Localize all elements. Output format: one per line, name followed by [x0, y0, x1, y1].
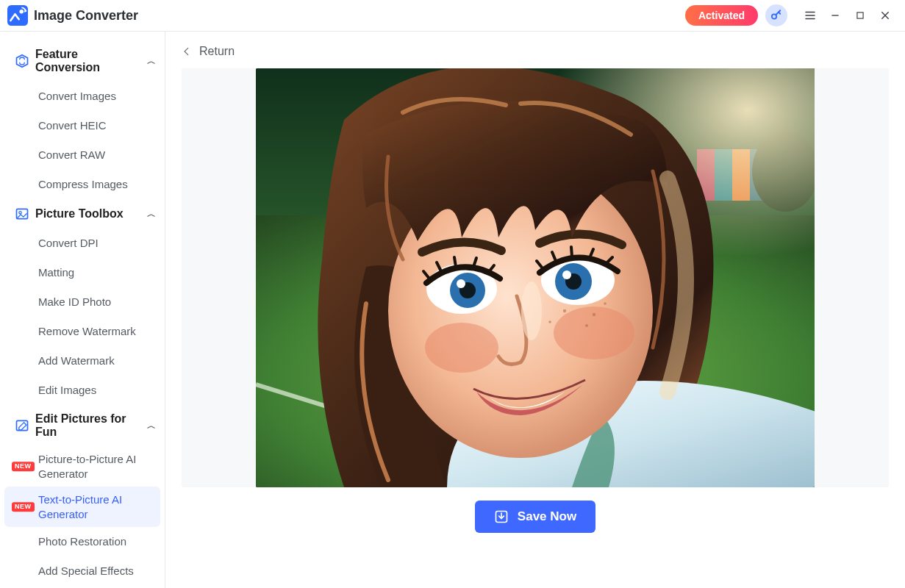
- svg-point-28: [563, 309, 566, 312]
- sidebar-item-label: Convert DPI: [38, 236, 99, 251]
- svg-rect-9: [857, 12, 863, 18]
- new-badge: NEW: [12, 462, 35, 472]
- sidebar-item-t2p-ai-generator[interactable]: NEW Text-to-Picture AI Generator: [4, 487, 160, 527]
- svg-point-30: [593, 313, 595, 316]
- sidebar-item-label: Remove Watermark: [38, 324, 136, 339]
- download-icon: [494, 509, 509, 524]
- sidebar-item-convert-raw[interactable]: Convert RAW: [4, 140, 160, 170]
- hamburger-icon: [804, 9, 817, 22]
- svg-point-14: [19, 212, 21, 214]
- sidebar-item-remove-watermark[interactable]: Remove Watermark: [4, 317, 160, 346]
- maximize-icon: [855, 10, 865, 21]
- sidebar-item-label: Make ID Photo: [38, 295, 111, 309]
- close-button[interactable]: [873, 3, 898, 28]
- chevron-left-icon: [182, 46, 192, 57]
- chevron-up-icon: ︿: [147, 420, 156, 432]
- sidebar-item-label: Picture-to-Picture AI Generator: [38, 452, 153, 481]
- save-now-button[interactable]: Save Now: [475, 501, 595, 533]
- activated-pill[interactable]: Activated: [685, 5, 758, 26]
- sidebar-group-label: Picture Toolbox: [35, 207, 141, 220]
- feature-conversion-icon: [15, 54, 29, 68]
- svg-point-31: [548, 320, 551, 323]
- close-icon: [879, 10, 891, 21]
- sidebar-group-edit-pictures-for-fun[interactable]: Edit Pictures for Fun ︿: [4, 405, 160, 446]
- sidebar-item-matting[interactable]: Matting: [4, 258, 160, 287]
- sidebar-item-edit-images[interactable]: Edit Images: [4, 376, 160, 405]
- edit-pictures-icon: [15, 418, 29, 433]
- sidebar-item-convert-dpi[interactable]: Convert DPI: [4, 229, 160, 258]
- sidebar-item-label: Photo Restoration: [38, 534, 126, 549]
- app-title: Image Converter: [34, 8, 138, 24]
- svg-line-4: [779, 12, 780, 14]
- svg-rect-0: [7, 5, 28, 26]
- sidebar-item-label: Convert RAW: [38, 148, 105, 162]
- sidebar-item-add-watermark[interactable]: Add Watermark: [4, 346, 160, 376]
- chevron-up-icon: ︿: [147, 208, 156, 220]
- sidebar-item-label: Add Special Effects: [38, 564, 134, 578]
- sidebar-item-label: Edit Images: [38, 383, 96, 398]
- svg-point-26: [425, 323, 498, 373]
- sidebar-item-convert-heic[interactable]: Convert HEIC: [4, 111, 160, 140]
- svg-marker-12: [17, 55, 28, 68]
- sidebar-item-label: Add Watermark: [38, 354, 115, 368]
- key-button[interactable]: [765, 4, 787, 26]
- svg-point-42: [562, 270, 571, 279]
- sidebar-group-feature-conversion[interactable]: Feature Conversion ︿: [4, 40, 160, 82]
- svg-point-33: [604, 302, 607, 305]
- maximize-button[interactable]: [848, 3, 873, 28]
- key-icon: [770, 9, 783, 22]
- save-now-label: Save Now: [518, 509, 576, 524]
- sidebar-item-convert-images[interactable]: Convert Images: [4, 82, 160, 111]
- svg-point-32: [585, 324, 588, 327]
- minimize-button[interactable]: [823, 3, 848, 28]
- sidebar-item-compress-images[interactable]: Compress Images: [4, 170, 160, 199]
- return-label: Return: [199, 45, 235, 58]
- svg-point-34: [521, 282, 542, 340]
- sidebar-item-photo-restoration[interactable]: Photo Restoration: [4, 527, 160, 556]
- svg-point-1: [19, 10, 24, 14]
- picture-toolbox-icon: [15, 207, 29, 221]
- generated-image[interactable]: [256, 68, 815, 487]
- hamburger-menu-button[interactable]: [798, 3, 823, 28]
- minimize-icon: [829, 10, 841, 21]
- app-logo: [7, 5, 28, 26]
- sidebar-item-make-id-photo[interactable]: Make ID Photo: [4, 287, 160, 317]
- activated-label: Activated: [698, 10, 745, 21]
- titlebar: Image Converter Activated: [0, 0, 905, 32]
- sidebar-group-label: Feature Conversion: [35, 48, 141, 74]
- return-button[interactable]: Return: [165, 32, 905, 68]
- sidebar-item-label: Convert Images: [38, 89, 116, 104]
- chevron-up-icon: ︿: [147, 55, 156, 68]
- sidebar-item-p2p-ai-generator[interactable]: NEW Picture-to-Picture AI Generator: [4, 446, 160, 487]
- main-panel: Return: [165, 32, 905, 588]
- image-canvas: [182, 68, 889, 487]
- sidebar-group-picture-toolbox[interactable]: Picture Toolbox ︿: [4, 199, 160, 229]
- sidebar-item-label: Compress Images: [38, 177, 128, 192]
- sidebar-item-label: Convert HEIC: [38, 118, 107, 133]
- sidebar-item-add-special-effects[interactable]: Add Special Effects: [4, 556, 160, 586]
- sidebar-item-label: Matting: [38, 265, 74, 280]
- sidebar-group-label: Edit Pictures for Fun: [35, 412, 141, 439]
- svg-point-38: [457, 279, 465, 288]
- new-badge: NEW: [12, 502, 35, 512]
- sidebar-item-label: Text-to-Picture AI Generator: [38, 492, 153, 521]
- sidebar[interactable]: Feature Conversion ︿ Convert Images Conv…: [0, 32, 165, 588]
